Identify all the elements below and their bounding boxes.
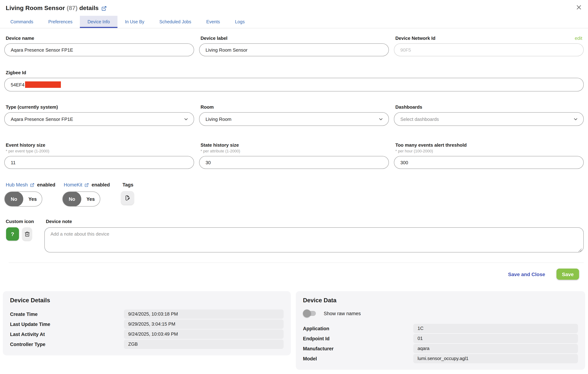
table-row: Endpoint Id 01 <box>302 334 579 343</box>
save-and-close-button[interactable]: Save and Close <box>506 271 547 277</box>
table-row: Model lumi.sensor_occupy.agl1 <box>302 354 579 363</box>
hub-mesh-link[interactable]: Hub Mesh <box>6 182 34 187</box>
hub-mesh-toggle-yes[interactable]: Yes <box>23 196 42 202</box>
device-label-label: Device label <box>200 35 388 41</box>
custom-icon-button[interactable]: ? <box>6 227 19 241</box>
custom-icon-label: Custom icon <box>4 219 44 224</box>
tab-preferences[interactable]: Preferences <box>41 16 80 28</box>
delete-icon-button[interactable] <box>22 227 32 241</box>
row-label: Application <box>302 326 413 331</box>
external-link-icon <box>84 183 89 187</box>
row-value: 9/24/2025, 10:03:49 PM <box>124 330 284 339</box>
device-number: (87) <box>67 5 77 12</box>
row-label: Endpoint Id <box>302 336 413 341</box>
homekit-toggle[interactable]: No Yes <box>62 191 100 207</box>
zigbee-id-value: 54EF4 <box>11 82 24 87</box>
trash-icon <box>24 231 30 237</box>
row-label: Create Time <box>9 311 124 317</box>
details-suffix: details <box>79 5 99 12</box>
table-row: Controller Type ZGB <box>9 340 285 349</box>
too-many-events-input[interactable] <box>394 156 584 169</box>
device-details-title: Device Details <box>10 297 285 304</box>
tab-scheduled-jobs[interactable]: Scheduled Jobs <box>152 16 199 28</box>
row-value: aqara <box>413 344 578 353</box>
tab-logs[interactable]: Logs <box>227 16 252 28</box>
device-details-page: Living Room Sensor (87) details Commands… <box>0 0 588 374</box>
row-label: Model <box>302 356 413 361</box>
hub-mesh-toggle[interactable]: No Yes <box>4 191 42 207</box>
device-network-id-input[interactable] <box>394 43 584 56</box>
device-details-panel: Device Details Create Time 9/24/2025, 10… <box>3 291 291 355</box>
dashboards-label: Dashboards <box>395 104 582 110</box>
device-info-form: Device name Device label Device Network … <box>0 35 588 280</box>
type-label: Type (currently system) <box>6 104 193 110</box>
device-name-label: Device name <box>6 35 193 41</box>
redaction-block <box>25 81 61 88</box>
dashboards-select[interactable]: Select dashboards <box>394 112 584 126</box>
switch-knob <box>303 309 311 317</box>
file-edit-icon <box>124 195 131 201</box>
table-row: Manufacturer aqara <box>302 344 579 353</box>
room-select-value: Living Room <box>206 116 231 122</box>
tab-events[interactable]: Events <box>199 16 227 28</box>
device-data-title: Device Data <box>303 297 579 304</box>
row-value: 1C <box>413 324 578 333</box>
tags-label: Tags <box>123 182 133 187</box>
section-divider <box>9 263 584 263</box>
type-select-value: Aqara Presence Sensor FP1E <box>11 116 73 122</box>
zigbee-id-label: Zigbee Id <box>6 70 582 75</box>
event-history-size-input[interactable] <box>4 156 194 169</box>
room-select[interactable]: Living Room <box>199 112 389 126</box>
event-history-size-hint: * per event type (1-2000) <box>6 149 193 153</box>
close-icon[interactable] <box>574 3 583 11</box>
edit-network-id-link[interactable]: edit <box>575 35 582 41</box>
homekit-link-text: HomeKit <box>64 182 82 187</box>
state-history-size-label: State history size <box>200 142 388 148</box>
device-data-panel: Device Data Show raw names Application 1… <box>296 291 585 370</box>
page-header: Living Room Sensor (87) details <box>0 0 588 13</box>
type-select[interactable]: Aqara Presence Sensor FP1E <box>4 112 194 126</box>
device-name-title: Living Room Sensor <box>6 5 65 12</box>
device-note-textarea[interactable] <box>44 227 584 253</box>
row-label: Last Update Time <box>9 321 124 327</box>
hub-mesh-toggle-no[interactable]: No <box>5 191 23 207</box>
homekit-toggle-yes[interactable]: Yes <box>81 196 100 202</box>
row-label: Manufacturer <box>302 346 413 351</box>
chevron-down-icon <box>183 116 189 122</box>
too-many-events-label: Too many events alert threshold <box>395 142 582 148</box>
chevron-down-icon <box>378 116 384 122</box>
state-history-size-input[interactable] <box>199 156 389 169</box>
table-row: Last Activity At 9/24/2025, 10:03:49 PM <box>9 330 285 339</box>
external-link-icon <box>30 183 34 187</box>
homekit-status: enabled <box>92 182 110 187</box>
tab-device-info[interactable]: Device Info <box>80 16 117 28</box>
save-button[interactable]: Save <box>557 269 579 280</box>
dashboards-placeholder: Select dashboards <box>400 116 439 122</box>
device-label-input[interactable] <box>199 43 389 56</box>
device-name-input[interactable] <box>4 43 194 56</box>
show-raw-names-switch[interactable] <box>303 309 317 317</box>
tab-in-use-by[interactable]: In Use By <box>117 16 152 28</box>
tab-commands[interactable]: Commands <box>3 16 41 28</box>
state-history-size-hint: * per attribute (1-2000) <box>200 149 388 153</box>
show-raw-names-label: Show raw names <box>324 311 361 316</box>
homekit-link[interactable]: HomeKit <box>64 182 89 187</box>
zigbee-id-input[interactable]: 54EF4 <box>4 78 584 91</box>
device-network-id-label: Device Network Id <box>395 35 435 41</box>
event-history-size-label: Event history size <box>6 142 193 148</box>
row-label: Last Activity At <box>9 331 124 337</box>
row-value: lumi.sensor_occupy.agl1 <box>413 354 578 363</box>
device-note-label: Device note <box>44 219 584 224</box>
room-label: Room <box>200 104 388 110</box>
table-row: Application 1C <box>302 324 579 333</box>
edit-tags-button[interactable] <box>121 191 134 205</box>
open-device-external-link-icon[interactable] <box>102 6 107 11</box>
table-row: Last Update Time 9/29/2025, 3:04:15 PM <box>9 319 285 329</box>
homekit-toggle-no[interactable]: No <box>63 191 81 207</box>
row-value: 9/24/2025, 10:03:18 PM <box>124 309 284 319</box>
table-row: Create Time 9/24/2025, 10:03:18 PM <box>9 309 285 319</box>
hub-mesh-link-text: Hub Mesh <box>6 182 28 187</box>
row-value: 9/29/2025, 3:04:15 PM <box>124 319 284 329</box>
hub-mesh-status: enabled <box>37 182 55 187</box>
too-many-events-hint: * per hour (100-2000) <box>395 149 582 153</box>
